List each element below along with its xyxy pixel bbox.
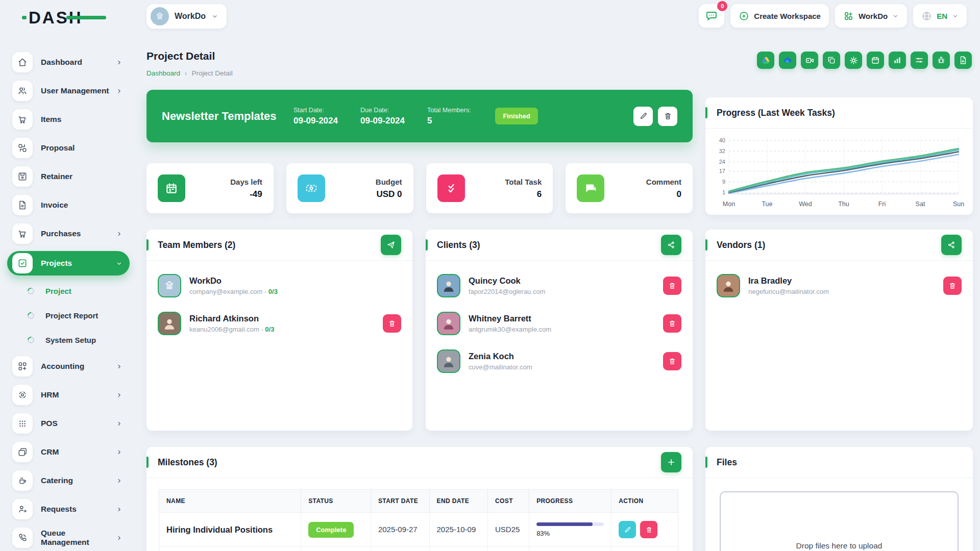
svg-text:Thu: Thu <box>838 201 849 208</box>
invite-member-button[interactable] <box>381 235 401 255</box>
workspace-menu-button[interactable]: WorkDo <box>835 4 907 28</box>
remove-client-button[interactable] <box>663 277 681 295</box>
sidebar-item-projects[interactable]: Projects <box>7 251 130 276</box>
client-row: Whitney Barrett antgrumik30@example.com <box>437 312 681 335</box>
files-card: Files Drop files here to upload <box>705 447 973 551</box>
sidebar-item-accounting[interactable]: Accounting <box>7 355 130 378</box>
chevron-down-icon <box>952 13 959 19</box>
sidebar-subitem-project[interactable]: Project <box>7 282 130 300</box>
toolbar-copy-button[interactable] <box>823 52 840 69</box>
onedrive-icon <box>782 55 793 65</box>
settings-icon <box>849 56 859 65</box>
toolbar-sliders-button[interactable] <box>911 52 928 69</box>
col-end-date: END DATE <box>429 490 487 513</box>
sidebar-item-queue-management[interactable]: Queue Management <box>7 527 130 549</box>
toolbar-google-drive-button[interactable] <box>757 52 774 69</box>
workspace-menu-label: WorkDo <box>859 12 888 20</box>
sidebar-item-hrm[interactable]: HRM <box>7 384 130 406</box>
workspace-name: WorkDo <box>175 12 206 21</box>
workspace-switcher[interactable]: WorkDo <box>146 4 227 29</box>
pencil-icon <box>639 112 648 120</box>
toolbar-onedrive-button[interactable] <box>779 52 796 69</box>
messages-button[interactable]: 0 <box>699 4 724 28</box>
sidebar-item-proposal[interactable]: Proposal <box>7 137 130 159</box>
remove-client-button[interactable] <box>663 352 681 370</box>
clients-card: Clients (3) Quincy Cook fapor22014@ogler… <box>426 230 693 431</box>
google-drive-icon <box>761 56 771 65</box>
sidebar-item-catering[interactable]: Catering <box>7 469 130 492</box>
disk-icon <box>12 166 33 187</box>
chevron-right-icon <box>116 506 122 513</box>
invoice-icon <box>12 195 33 215</box>
delete-project-button[interactable] <box>658 107 677 126</box>
check-square-icon <box>12 253 33 273</box>
edit-project-button[interactable] <box>633 107 653 126</box>
share-icon <box>947 240 956 249</box>
breadcrumb-separator: › <box>185 69 187 77</box>
vendors-header: Vendors (1) <box>705 230 973 261</box>
col-name: NAME <box>159 490 301 513</box>
file-dropzone[interactable]: Drop files here to upload <box>720 491 959 551</box>
double-check-icon <box>437 174 465 202</box>
grid-plus-icon <box>843 11 854 21</box>
due-date-group: Due Date: 09-09-2024 <box>360 107 405 126</box>
progress-card-header: Progress (Last Week Tasks) <box>705 97 973 129</box>
pencil-icon <box>624 526 631 534</box>
report-file-icon <box>959 56 968 65</box>
breadcrumb-dashboard-link[interactable]: Dashboard <box>146 69 180 77</box>
sidebar-item-requests[interactable]: Requests <box>7 498 130 520</box>
stat-budget: Budget USD 0 <box>286 163 413 213</box>
logo-dash-bar <box>66 16 106 19</box>
language-selector[interactable]: EN <box>913 4 967 28</box>
sidebar-subitem-system-setup[interactable]: System Setup <box>7 331 130 349</box>
toolbar-chart-button[interactable] <box>889 52 906 69</box>
remove-vendor-button[interactable] <box>943 277 962 295</box>
cart-icon <box>12 109 33 130</box>
svg-text:24: 24 <box>719 159 725 165</box>
project-summary-banner: Newsletter Templates Start Date: 09-09-2… <box>146 90 693 142</box>
total-members-group: Total Members: 5 <box>427 107 471 126</box>
add-milestone-button[interactable] <box>661 452 681 472</box>
toolbar-calendar-button[interactable] <box>867 52 884 69</box>
person-photo-icon <box>162 316 177 331</box>
toolbar-report-button[interactable] <box>954 52 972 69</box>
progress-label: 83% <box>536 530 604 537</box>
remove-member-button[interactable] <box>383 314 401 333</box>
sidebar-item-user-management[interactable]: User Management <box>7 80 130 102</box>
clients-header: Clients (3) <box>426 230 693 261</box>
create-workspace-button[interactable]: Create Workspace <box>730 4 829 28</box>
sidebar-item-pos[interactable]: POS <box>7 412 130 435</box>
edit-milestone-button[interactable] <box>619 521 636 538</box>
bug-icon <box>937 56 946 65</box>
toolbar-video-meeting-button[interactable] <box>801 52 818 69</box>
bar-chart-icon <box>893 56 902 65</box>
share-vendors-button[interactable] <box>941 235 962 255</box>
sidebar-item-items[interactable]: Items <box>7 108 130 131</box>
chat-icon <box>577 174 604 202</box>
avatar <box>437 274 460 297</box>
breadcrumb: Dashboard › Project Detail <box>146 69 233 77</box>
progress-card-title: Progress (Last Week Tasks) <box>717 108 835 118</box>
sidebar-subitem-project-report[interactable]: Project Report <box>7 306 130 324</box>
delete-milestone-button[interactable] <box>640 521 657 538</box>
toolbar-bug-button[interactable] <box>933 52 950 69</box>
sidebar-item-purchases[interactable]: Purchases <box>7 222 130 245</box>
share-clients-button[interactable] <box>661 235 681 255</box>
trash-icon <box>388 319 396 328</box>
remove-client-button[interactable] <box>663 314 681 333</box>
stats-row: Days left -49 Budget USD 0 Total Task 6 … <box>146 163 693 213</box>
toolbar-settings-button[interactable] <box>845 52 862 69</box>
sidebar-item-retainer[interactable]: Retainer <box>7 165 130 188</box>
team-members-list: WorkDo company@example.com - 0/3 Richard… <box>146 261 412 363</box>
team-members-header: Team Members (2) <box>146 230 412 261</box>
client-row: Quincy Cook fapor22014@oglerau.com <box>437 274 681 297</box>
cart-icon <box>12 223 33 244</box>
team-member-row: WorkDo company@example.com - 0/3 <box>158 274 401 297</box>
users-icon <box>12 81 33 101</box>
progress-card: Progress (Last Week Tasks) 4032241791Mon… <box>705 97 973 215</box>
sidebar-item-crm[interactable]: CRM <box>7 441 130 463</box>
sidebar-item-invoice[interactable]: Invoice <box>7 194 130 216</box>
svg-text:1: 1 <box>722 189 725 195</box>
sidebar-item-dashboard[interactable]: Dashboard <box>7 51 130 73</box>
stat-total-task: Total Task 6 <box>426 163 553 213</box>
